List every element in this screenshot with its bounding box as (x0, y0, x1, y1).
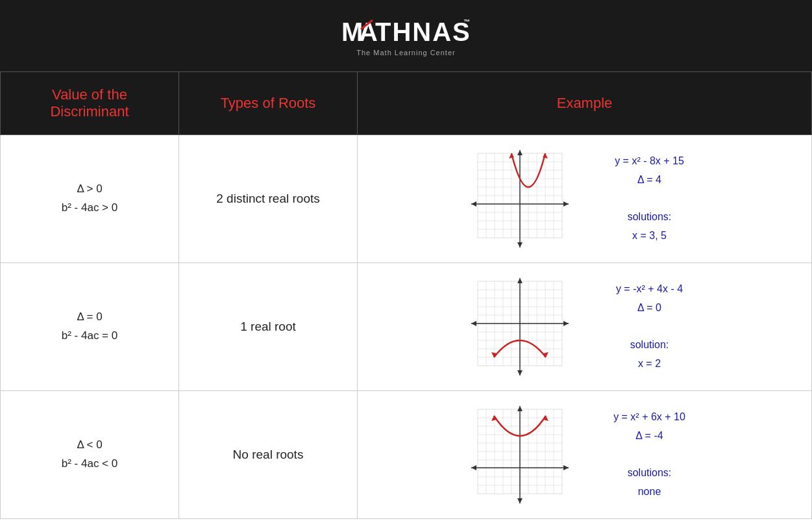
table-row: Δ = 0 b² - 4ac = 0 1 real root (1, 263, 812, 391)
svg-marker-27 (471, 201, 476, 207)
example-formula-row2: y = -x² + 4x - 4 Δ = 0 solution: x = 2 (595, 280, 705, 374)
example-formula-row1: y = x² - 8x + 15 Δ = 4 solutions: x = 3,… (595, 152, 705, 246)
discriminant-value: Δ = 0 b² - 4ac = 0 (11, 308, 168, 346)
roots-type-cell: No real roots (179, 391, 358, 519)
svg-marker-29 (517, 242, 523, 248)
svg-marker-54 (471, 321, 476, 326)
svg-marker-53 (563, 321, 569, 326)
example-formula-row3: y = x² + 6x + 10 Δ = -4 solutions: none (595, 408, 705, 502)
graph-row2 (465, 275, 575, 379)
header: M A THNASIUM ™ The Math Learning Center (0, 0, 812, 71)
roots-type-text: 2 distinct real roots (190, 192, 347, 206)
svg-text:THNASIUM: THNASIUM (375, 18, 471, 46)
logo-svg: M A THNASIUM ™ (341, 15, 471, 47)
svg-text:™: ™ (463, 18, 471, 25)
logo-container: M A THNASIUM ™ The Math Learning Center (341, 15, 471, 57)
roots-type-text: 1 real root (190, 320, 347, 334)
svg-marker-28 (517, 150, 523, 155)
col-header-discriminant: Value of the Discriminant (1, 72, 179, 135)
svg-marker-82 (517, 406, 523, 411)
example-cell: y = x² + 6x + 10 Δ = -4 solutions: none (358, 391, 812, 519)
main-table: Value of the Discriminant Types of Roots… (0, 71, 812, 519)
example-cell: y = -x² + 4x - 4 Δ = 0 solution: x = 2 (358, 263, 812, 391)
table-header-row: Value of the Discriminant Types of Roots… (1, 72, 812, 135)
svg-marker-80 (563, 465, 569, 470)
svg-marker-56 (517, 370, 523, 375)
svg-marker-26 (563, 201, 569, 207)
col-header-example: Example (358, 72, 812, 135)
discriminant-cell: Δ = 0 b² - 4ac = 0 (1, 263, 179, 391)
svg-marker-55 (517, 278, 523, 283)
table-container: Value of the Discriminant Types of Roots… (0, 71, 812, 519)
discriminant-value: Δ > 0 b² - 4ac > 0 (11, 180, 168, 218)
logo-text: M A THNASIUM ™ (341, 15, 471, 47)
discriminant-value: Δ < 0 b² - 4ac < 0 (11, 436, 168, 474)
roots-type-cell: 2 distinct real roots (179, 135, 358, 263)
table-row: Δ > 0 b² - 4ac > 0 2 distinct real roots (1, 135, 812, 263)
graph-row1 (465, 147, 575, 251)
example-cell: y = x² - 8x + 15 Δ = 4 solutions: x = 3,… (358, 135, 812, 263)
col-header-roots: Types of Roots (179, 72, 358, 135)
discriminant-cell: Δ < 0 b² - 4ac < 0 (1, 391, 179, 519)
svg-marker-83 (517, 498, 523, 503)
roots-type-text: No real roots (190, 448, 347, 462)
graph-row3 (465, 403, 575, 507)
roots-type-cell: 1 real root (179, 263, 358, 391)
logo-tagline: The Math Learning Center (356, 49, 455, 57)
discriminant-cell: Δ > 0 b² - 4ac > 0 (1, 135, 179, 263)
svg-marker-81 (471, 465, 476, 470)
table-row: Δ < 0 b² - 4ac < 0 No real roots (1, 391, 812, 519)
